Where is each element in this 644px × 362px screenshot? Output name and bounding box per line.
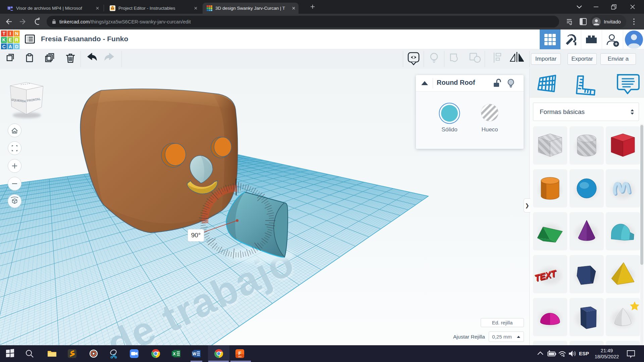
svg-text:K: K [2, 37, 6, 43]
svg-text:W: W [193, 352, 197, 356]
svg-text:90°: 90° [191, 232, 201, 239]
svg-text:X: X [173, 352, 175, 356]
svg-text:D: D [15, 44, 18, 49]
svg-text:R: R [15, 37, 18, 43]
svg-text:E: E [9, 37, 12, 43]
svg-text:Hueco: Hueco [481, 126, 498, 133]
svg-text:A: A [9, 44, 12, 49]
svg-text:Sólido: Sólido [441, 126, 457, 133]
svg-text:C: C [2, 44, 6, 49]
svg-text:T: T [8, 7, 10, 10]
svg-text:F: F [238, 350, 241, 356]
svg-text:I: I [10, 31, 11, 36]
svg-text:T: T [2, 31, 5, 36]
svg-text:N: N [15, 31, 18, 36]
svg-text:360: 360 [238, 356, 242, 358]
